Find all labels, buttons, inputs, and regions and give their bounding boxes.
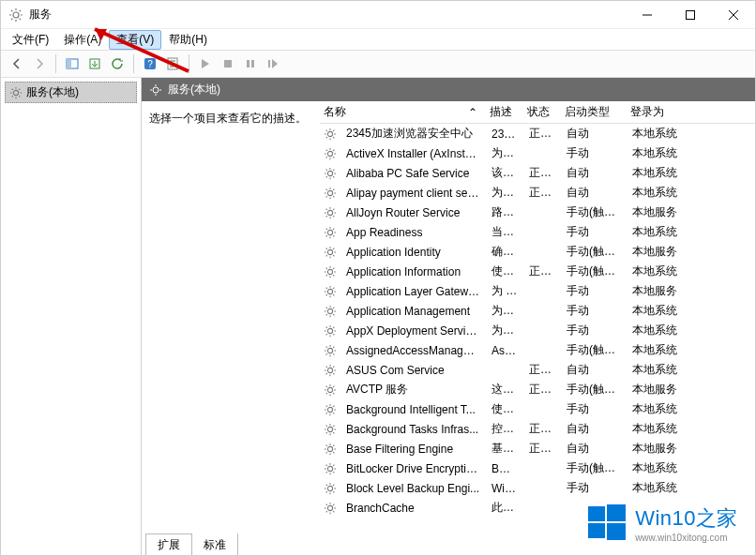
back-button[interactable] [7,53,27,74]
cell-name: App Readiness [340,226,486,239]
gear-icon [149,83,162,97]
service-list: 名称⌃ 描述 状态 启动类型 登录为 2345加速浏览器安全中心2345...正… [320,101,755,533]
cell-name: Alibaba PC Safe Service [340,167,486,180]
column-desc[interactable]: 描述 [484,101,522,123]
table-row[interactable]: App Readiness当用...手动本地系统 [320,222,755,242]
refresh-button[interactable] [107,53,128,74]
cell-status: 正在... [523,185,561,201]
column-status[interactable]: 状态 [522,101,559,123]
cell-startup: 手动(触发... [561,342,627,358]
cell-name: BitLocker Drive Encryptio... [340,462,486,475]
gear-icon [324,482,337,495]
cell-name: Background Intelligent T... [340,403,486,416]
svg-rect-3 [67,59,71,68]
export-button[interactable] [84,53,105,74]
gear-icon [324,423,337,436]
cell-logon: 本地系统 [627,323,683,338]
cell-name: Application Information [340,265,486,278]
maximize-button[interactable] [669,1,712,29]
svg-rect-10 [251,60,254,68]
cell-name: 2345加速浏览器安全中心 [340,126,486,142]
table-row[interactable]: Block Level Backup Engi...Win...手动本地系统 [320,478,755,498]
cell-startup: 手动 [561,303,627,319]
menubar: 文件(F) 操作(A) 查看(V) 帮助(H) [1,29,755,50]
column-logon[interactable]: 登录为 [625,101,681,123]
menu-view[interactable]: 查看(V) [109,30,161,50]
close-button[interactable] [712,1,755,29]
cell-startup: 手动(触发... [561,204,627,220]
table-row[interactable]: AppX Deployment Servic...为部...手动本地系统 [320,321,755,340]
gear-icon [324,265,337,278]
cell-name: BranchCache [340,502,486,515]
menu-help[interactable]: 帮助(H) [161,30,215,50]
help-button[interactable]: ? [140,53,160,74]
table-row[interactable]: Application Information使用...正在...手动(触发..… [320,262,755,281]
tab-extended[interactable]: 扩展 [145,533,192,556]
description-panel: 选择一个项目来查看它的描述。 [142,101,320,533]
cell-desc: 为从 ... [486,145,523,161]
gear-icon [324,128,337,141]
cell-startup: 手动 [561,401,627,417]
cell-logon: 本地系统 [627,401,683,417]
cell-startup: 手动(触发... [561,382,627,398]
menu-file[interactable]: 文件(F) [5,30,56,50]
tree-node-services-local[interactable]: 服务(本地) [5,82,137,103]
gear-icon [324,147,337,160]
column-name[interactable]: 名称⌃ [320,101,484,123]
table-row[interactable]: 2345加速浏览器安全中心2345...正在...自动本地系统 [320,124,755,143]
svg-text:?: ? [147,59,153,69]
stop-button[interactable] [218,53,238,74]
table-row[interactable]: Alipay payment client sec...为支...正在...自动… [320,183,755,203]
cell-name: ActiveX Installer (AxInstSV) [340,147,486,160]
gear-icon [324,364,337,377]
cell-logon: 本地服务 [627,283,683,299]
tree-node-label: 服务(本地) [26,84,79,100]
cell-status: 正在... [523,263,561,279]
cell-desc: 确定... [486,244,523,260]
table-row[interactable]: BitLocker Drive Encryptio...BDE...手动(触发.… [320,458,755,478]
watermark-url: www.win10xitong.com [635,533,738,543]
table-row[interactable]: Application Management为通...手动本地系统 [320,301,755,321]
cell-logon: 本地系统 [627,224,683,240]
service-rows[interactable]: 2345加速浏览器安全中心2345...正在...自动本地系统ActiveX I… [320,124,755,533]
cell-name: Application Identity [340,246,486,259]
table-row[interactable]: Application Identity确定...手动(触发...本地服务 [320,242,755,262]
menu-action[interactable]: 操作(A) [56,30,109,50]
cell-logon: 本地系统 [627,303,683,319]
table-row[interactable]: ActiveX Installer (AxInstSV)为从 ...手动本地系统 [320,143,755,163]
restart-button[interactable] [263,53,283,74]
column-startup[interactable]: 启动类型 [559,101,625,123]
cell-startup: 手动 [561,480,627,496]
cell-logon: 本地系统 [627,362,683,378]
table-row[interactable]: ASUS Com Service正在...自动本地系统 [320,360,755,380]
table-row[interactable]: Application Layer Gatewa...为 In...手动本地服务 [320,281,755,301]
cell-status: 正在... [523,362,561,378]
table-row[interactable]: AllJoyn Router Service路由...手动(触发...本地服务 [320,203,755,222]
pane-header: 服务(本地) [142,78,755,101]
sort-icon: ⌃ [468,106,477,119]
gear-icon [324,383,337,397]
show-hide-button[interactable] [62,53,83,74]
gear-icon [324,344,337,357]
pause-button[interactable] [240,53,261,74]
table-row[interactable]: Background Tasks Infras...控制...正在...自动本地… [320,419,755,439]
forward-button[interactable] [29,53,50,74]
cell-name: ASUS Com Service [340,364,486,377]
table-row[interactable]: AVCTP 服务这是...正在...手动(触发...本地服务 [320,380,755,399]
table-row[interactable]: Alibaba PC Safe Service该服...正在...自动本地系统 [320,163,755,183]
gear-icon [324,462,337,475]
minimize-button[interactable] [626,1,669,29]
svg-rect-1 [687,10,695,19]
cell-startup: 手动 [561,283,627,299]
tree-pane[interactable]: 服务(本地) [1,78,142,555]
table-row[interactable]: Base Filtering Engine基本...正在...自动本地服务 [320,439,755,458]
table-row[interactable]: AssignedAccessManager...Assi...手动(触发...本… [320,340,755,360]
properties-button[interactable] [162,53,183,74]
cell-name: Base Filtering Engine [340,443,486,456]
table-row[interactable]: Background Intelligent T...使用...手动本地系统 [320,399,755,419]
gear-icon [324,226,337,239]
cell-desc: 使用... [486,263,523,279]
cell-status: 正在... [523,421,561,437]
start-button[interactable] [195,53,216,74]
tab-standard[interactable]: 标准 [191,533,238,556]
